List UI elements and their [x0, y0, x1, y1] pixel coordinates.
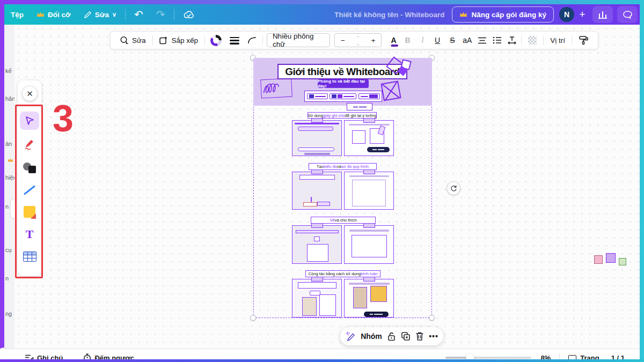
duplicate-icon: [401, 331, 411, 341]
demo-panel[interactable]: [344, 120, 394, 156]
pencil-icon: [84, 11, 92, 19]
delete-button[interactable]: [415, 331, 424, 341]
close-tools-button[interactable]: ✕: [23, 86, 37, 101]
object-toolbar: Sửa Sắp xếp Nhiều phông chữ − -- + A B I…: [110, 31, 598, 49]
toolbar-divider: [204, 35, 205, 45]
deco: [317, 202, 330, 206]
deco: [310, 291, 320, 295]
demo-panel[interactable]: [292, 120, 342, 156]
tool-draw[interactable]: [20, 135, 39, 153]
deco: [352, 180, 386, 206]
upgrade-button[interactable]: Nâng cấp gói đăng ký: [452, 6, 554, 23]
tool-sticky-note[interactable]: [20, 203, 39, 221]
deco: [304, 153, 330, 155]
deco: [298, 282, 336, 289]
selection-handle-sw[interactable]: [250, 315, 256, 321]
copy-style-button[interactable]: [574, 33, 594, 47]
text-color-label: A: [391, 36, 396, 45]
trash-icon: [415, 331, 424, 341]
resize-menu[interactable]: Đổi cỡ: [30, 4, 77, 25]
tool-select[interactable]: [20, 112, 39, 130]
photo-thumb: [319, 294, 336, 316]
transparency-button[interactable]: [523, 33, 541, 47]
underline-button[interactable]: U: [430, 36, 445, 45]
demo-panel[interactable]: [292, 279, 342, 317]
panel-tab: [311, 277, 323, 282]
position-button[interactable]: Vị trí: [545, 33, 570, 47]
deco: [349, 283, 390, 285]
magic-edit-button[interactable]: [345, 331, 356, 342]
cloud-save-status[interactable]: [177, 4, 201, 25]
redo-button[interactable]: ↷: [150, 4, 172, 25]
insights-button[interactable]: [592, 6, 613, 23]
header-text-accent: giấy ghi chú: [323, 113, 345, 118]
letter-spacing-button[interactable]: [505, 36, 520, 45]
strikethrough-button[interactable]: S: [445, 36, 460, 45]
font-family-selector[interactable]: Nhiều phông chữ: [267, 33, 330, 47]
arrange-button[interactable]: Sắp xếp: [154, 33, 203, 47]
file-menu[interactable]: Tệp: [4, 4, 30, 25]
sidebar-fragment: hân: [5, 95, 14, 102]
text-icon: T: [26, 227, 34, 241]
duplicate-button[interactable]: [401, 331, 411, 341]
rotate-handle[interactable]: [447, 181, 460, 195]
panel-tab: [311, 118, 323, 123]
font-size-decrease[interactable]: −: [335, 36, 351, 45]
demo-panel[interactable]: [344, 225, 394, 264]
alignment-button[interactable]: [475, 37, 490, 44]
edit-shape-button[interactable]: Sửa: [115, 33, 151, 47]
list-button[interactable]: [490, 36, 505, 44]
sidebar-fragment: n: [5, 203, 9, 210]
text-color-button[interactable]: A: [387, 36, 400, 45]
deco: [296, 230, 339, 233]
demo-panel[interactable]: [344, 279, 394, 317]
demo-panel[interactable]: [292, 225, 342, 264]
zoom-slider[interactable]: [445, 357, 531, 359]
italic-button[interactable]: I: [415, 36, 430, 45]
sidebar-expand-handle[interactable]: [11, 200, 14, 218]
tool-shapes[interactable]: [20, 158, 39, 176]
border-weight-button[interactable]: [225, 33, 244, 47]
line-icon: [24, 185, 35, 195]
color-swatch-button[interactable]: [207, 33, 225, 47]
collapsed-sidebar: kế hân àn hiệu n cụ n ng: [4, 25, 14, 349]
upgrade-button-label: Nâng cấp gói đăng ký: [471, 11, 546, 19]
lock-button[interactable]: [387, 331, 396, 341]
demo-panel[interactable]: [292, 172, 342, 210]
avatar[interactable]: N: [559, 7, 574, 22]
line-curve-button[interactable]: [244, 33, 261, 47]
plus-icon: +: [579, 9, 585, 20]
header-text: Cộng tác bằng cách sử dụng: [309, 271, 361, 276]
tool-text[interactable]: T: [20, 225, 39, 243]
text-case-button[interactable]: aA: [460, 36, 475, 45]
crown-icon: [36, 11, 45, 18]
design-title[interactable]: Thiết kế không tên - Whiteboard: [334, 11, 445, 19]
edit-menu[interactable]: Sửa ∨: [77, 4, 123, 25]
unlock-icon: [387, 331, 396, 341]
selection-context-toolbar: Nhóm •••: [340, 327, 443, 345]
more-options-button[interactable]: •••: [429, 332, 438, 341]
start-here-badge[interactable]: Phóng to và bắt đầu tại đây!: [318, 79, 369, 88]
annotation-number: 3: [53, 100, 74, 137]
sticky-pink: [594, 255, 603, 264]
deco: [298, 127, 333, 131]
mini-chip: [307, 93, 328, 99]
font-size-value[interactable]: --: [351, 32, 365, 48]
deco: [298, 147, 334, 151]
sticky-note-icon: [24, 206, 35, 218]
photo-thumb: [302, 297, 317, 316]
comments-button[interactable]: [617, 6, 638, 23]
selection-handle-se[interactable]: [429, 315, 435, 321]
font-size-increase[interactable]: +: [365, 36, 382, 45]
undo-button[interactable]: ↶: [128, 4, 150, 25]
header-text-accent: Vẽ: [330, 218, 334, 223]
group-button[interactable]: Nhóm: [361, 332, 382, 341]
more-icon: •••: [429, 332, 438, 341]
gift-decoration: [380, 80, 401, 101]
font-family-value: Nhiều phông chữ: [273, 32, 324, 48]
tool-line[interactable]: [20, 181, 39, 199]
tool-table[interactable]: [20, 247, 39, 265]
demo-panel[interactable]: [344, 172, 394, 210]
bold-button[interactable]: B: [400, 36, 415, 45]
add-member-button[interactable]: +: [575, 8, 589, 21]
